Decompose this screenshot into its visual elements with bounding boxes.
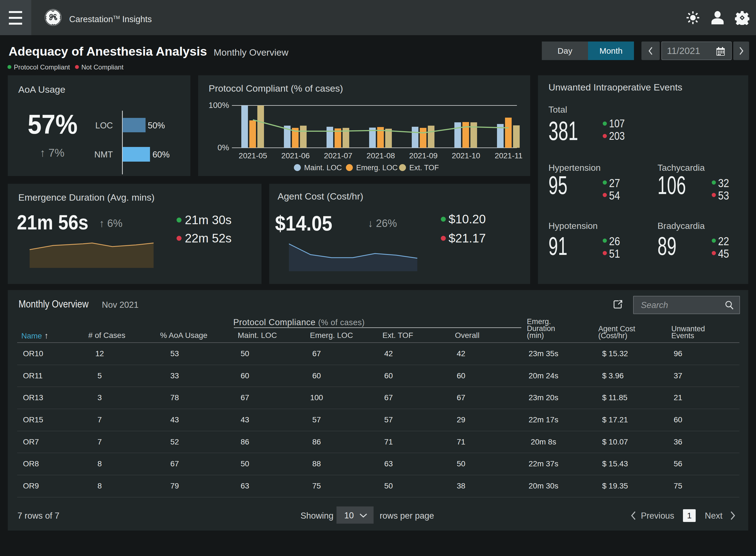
svg-text:2021-10: 2021-10 [452, 151, 480, 160]
svg-text:2021-06: 2021-06 [281, 151, 310, 160]
svg-text:2021-05: 2021-05 [239, 151, 267, 160]
svg-text:2021-11: 2021-11 [495, 151, 523, 160]
svg-text:2021-07: 2021-07 [324, 151, 353, 160]
svg-text:2021-08: 2021-08 [367, 151, 395, 160]
svg-text:2021-09: 2021-09 [409, 151, 438, 160]
